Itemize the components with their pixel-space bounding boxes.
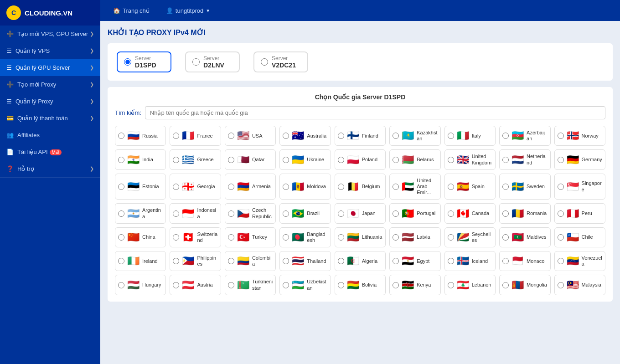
server-option-D1SPD[interactable]: Server D1SPD	[117, 51, 171, 72]
country-item[interactable]: 🇰🇪 Kenya	[389, 275, 440, 295]
country-radio[interactable]	[448, 282, 454, 288]
country-radio[interactable]	[502, 258, 509, 264]
country-item[interactable]: 🇨🇿 Czech Republic	[225, 203, 276, 223]
country-radio[interactable]	[393, 258, 399, 264]
country-radio[interactable]	[558, 157, 564, 163]
country-item[interactable]: 🇧🇩 Bangladesh	[279, 227, 331, 247]
country-item[interactable]: 🇨🇳 China	[115, 227, 166, 247]
sidebar-item-support[interactable]: ❓ Hỗ trợ ❯	[0, 160, 100, 177]
country-item[interactable]: 🇸🇬 Singapore	[554, 174, 605, 200]
server-option-D2LNV[interactable]: Server D2LNV	[185, 51, 240, 72]
country-radio[interactable]	[228, 258, 234, 264]
country-radio[interactable]	[118, 184, 124, 190]
home-nav-item[interactable]: 🏠 Trang chủ	[109, 5, 153, 16]
country-radio[interactable]	[448, 184, 454, 190]
server-radio-D1SPD[interactable]	[124, 58, 131, 66]
country-radio[interactable]	[502, 133, 509, 139]
country-radio[interactable]	[173, 282, 179, 288]
country-radio[interactable]	[338, 133, 344, 139]
country-radio[interactable]	[558, 133, 564, 139]
country-radio[interactable]	[448, 133, 454, 139]
country-item[interactable]: 🇩🇪 Germany	[554, 149, 605, 169]
country-radio[interactable]	[338, 282, 344, 288]
sidebar-item-affiliates[interactable]: 👥 Affiliates	[0, 127, 100, 144]
country-item[interactable]: 🇹🇭 Thailand	[279, 251, 331, 271]
country-item[interactable]: 🇺🇦 Ukraine	[279, 149, 331, 169]
country-radio[interactable]	[118, 133, 124, 139]
server-radio-D2LNV[interactable]	[192, 58, 200, 66]
country-radio[interactable]	[283, 282, 289, 288]
country-radio[interactable]	[283, 157, 289, 163]
country-item[interactable]: 🇫🇮 Finland	[335, 126, 386, 146]
country-item[interactable]: 🇲🇳 Mongolia	[499, 275, 550, 295]
country-item[interactable]: 🇰🇿 Kazakhstan	[389, 126, 440, 146]
country-radio[interactable]	[283, 210, 289, 217]
country-radio[interactable]	[558, 258, 564, 264]
sidebar-item-api-docs[interactable]: 📄 Tài liệu APIMới	[0, 144, 100, 160]
country-item[interactable]: 🇮🇹 Italy	[444, 126, 496, 146]
country-radio[interactable]	[393, 184, 399, 190]
country-item[interactable]: 🇳🇴 Norway	[554, 126, 605, 146]
country-radio[interactable]	[393, 133, 399, 139]
country-item[interactable]: 🇮🇸 Iceland	[444, 251, 496, 271]
country-radio[interactable]	[448, 210, 454, 217]
country-radio[interactable]	[283, 184, 289, 190]
country-item[interactable]: 🇬🇧 United Kingdom	[444, 149, 496, 169]
country-radio[interactable]	[558, 234, 564, 241]
country-radio[interactable]	[173, 234, 179, 241]
sidebar-item-manage-proxy[interactable]: ☰ Quản lý Proxy ❯	[0, 93, 100, 110]
country-item[interactable]: 🇮🇩 Indonesia	[170, 203, 221, 223]
country-item[interactable]: 🇵🇱 Poland	[335, 149, 386, 169]
country-radio[interactable]	[393, 210, 399, 217]
country-radio[interactable]	[228, 282, 234, 288]
country-radio[interactable]	[338, 184, 344, 190]
country-radio[interactable]	[448, 157, 454, 163]
country-radio[interactable]	[338, 157, 344, 163]
country-radio[interactable]	[338, 234, 344, 241]
country-item[interactable]: 🇪🇪 Estonia	[115, 174, 166, 200]
search-input[interactable]	[145, 106, 605, 119]
country-radio[interactable]	[448, 234, 454, 241]
country-item[interactable]: 🇦🇪 United Arab Emir...	[389, 174, 440, 200]
server-radio-V2DC21[interactable]	[261, 58, 268, 66]
country-radio[interactable]	[393, 234, 399, 241]
country-item[interactable]: 🇱🇹 Lithuania	[335, 227, 386, 247]
country-item[interactable]: 🇸🇪 Sweden	[499, 174, 550, 200]
country-radio[interactable]	[393, 157, 399, 163]
country-item[interactable]: 🇸🇨 Seychelles	[444, 227, 496, 247]
country-radio[interactable]	[502, 210, 509, 217]
country-radio[interactable]	[338, 258, 344, 264]
country-item[interactable]: 🇦🇿 Azerbaijan	[499, 126, 550, 146]
country-item[interactable]: 🇮🇳 India	[115, 149, 166, 169]
server-option-V2DC21[interactable]: Server V2DC21	[253, 51, 308, 72]
country-radio[interactable]	[502, 184, 509, 190]
country-radio[interactable]	[118, 157, 124, 163]
country-radio[interactable]	[228, 234, 234, 241]
country-radio[interactable]	[448, 258, 454, 264]
country-item[interactable]: 🇮🇪 Ireland	[115, 251, 166, 271]
country-item[interactable]: 🇧🇾 Belarus	[389, 149, 440, 169]
country-item[interactable]: 🇷🇺 Russia	[115, 126, 166, 146]
country-radio[interactable]	[228, 133, 234, 139]
country-item[interactable]: 🇩🇿 Algeria	[335, 251, 386, 271]
country-item[interactable]: 🇦🇲 Armenia	[225, 174, 276, 200]
country-radio[interactable]	[228, 157, 234, 163]
country-item[interactable]: 🇹🇲 Turkmenistan	[225, 275, 276, 295]
country-item[interactable]: 🇨🇭 Switzerland	[170, 227, 221, 247]
country-item[interactable]: 🇵🇭 Philippines	[170, 251, 221, 271]
country-item[interactable]: 🇭🇺 Hungary	[115, 275, 166, 295]
country-item[interactable]: 🇪🇬 Egypt	[389, 251, 440, 271]
country-radio[interactable]	[558, 210, 564, 217]
country-item[interactable]: 🇵🇪 Peru	[554, 203, 605, 223]
country-radio[interactable]	[173, 133, 179, 139]
sidebar-item-create-vps[interactable]: ➕ Tạo mới VPS, GPU Server ❯	[0, 26, 100, 42]
country-radio[interactable]	[558, 282, 564, 288]
country-item[interactable]: 🇺🇸 USA	[225, 126, 276, 146]
country-item[interactable]: 🇨🇱 Chile	[554, 227, 605, 247]
country-item[interactable]: 🇲🇩 Moldova	[279, 174, 331, 200]
country-radio[interactable]	[173, 210, 179, 217]
country-item[interactable]: 🇧🇪 Belgium	[335, 174, 386, 200]
sidebar-item-billing[interactable]: 💳 Quản lý thanh toán ❯	[0, 110, 100, 127]
country-item[interactable]: 🇷🇴 Romania	[499, 203, 550, 223]
sidebar-item-manage-vps[interactable]: ☰ Quản lý VPS ❯	[0, 42, 100, 59]
